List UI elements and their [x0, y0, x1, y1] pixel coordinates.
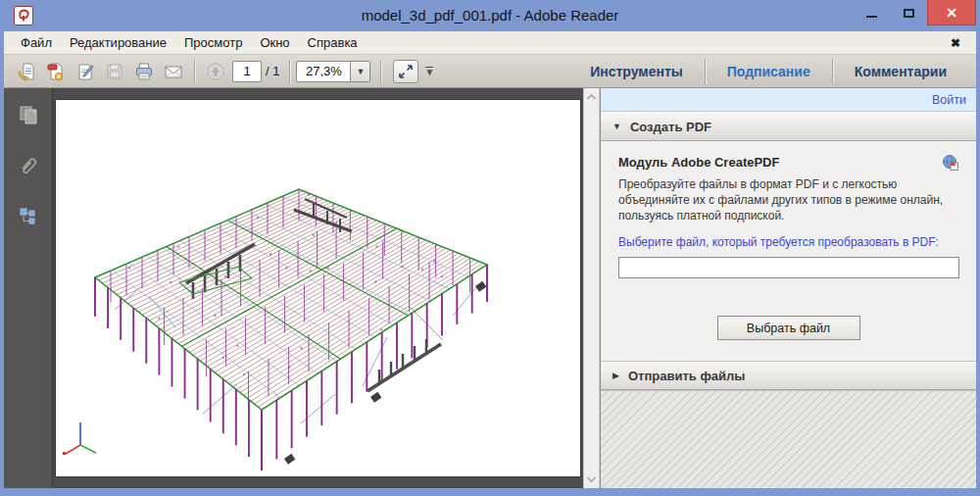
sign-in-link[interactable]: Войти [932, 93, 966, 107]
vertical-scrollbar[interactable] [583, 88, 600, 488]
expand-triangle-icon: ▶ [612, 371, 619, 380]
menu-help[interactable]: Справка [299, 32, 367, 53]
module-description: Преобразуйте файлы в формат PDF и с легк… [618, 177, 963, 223]
page-thumbnails-icon[interactable] [16, 102, 41, 127]
menu-window[interactable]: Окно [251, 32, 298, 53]
toolbar: / 1 ▼ ▼ Инструменты Подписание Комментар… [4, 55, 976, 88]
window-title: model_3d_pdf_001.pdf - Adobe Reader [0, 7, 980, 24]
collapse-triangle-icon: ▼ [612, 122, 621, 131]
menu-bar: Файл Редактирование Просмотр Окно Справк… [4, 31, 976, 55]
menu-view[interactable]: Просмотр [175, 32, 251, 53]
3d-wireframe-model [56, 100, 580, 476]
zoom-dropdown-button[interactable]: ▼ [351, 61, 370, 82]
toolbar-separator [289, 60, 290, 83]
panel-nav: Инструменты Подписание Комментарии [568, 55, 968, 87]
adobe-reader-window: model_3d_pdf_001.pdf - Adobe Reader ✕ Фа… [0, 0, 980, 496]
print-icon[interactable] [129, 58, 159, 85]
scroll-down-icon[interactable] [585, 472, 598, 485]
email-icon[interactable] [159, 58, 188, 85]
create-pdf-section-body: Модуль Adobe CreatePDF Преобразуйте файл… [601, 141, 976, 361]
minimize-button[interactable] [853, 0, 890, 25]
create-pdf-section-header[interactable]: ▼ Создать PDF [601, 112, 976, 141]
send-files-header-label: Отправить файлы [628, 369, 745, 383]
pdf-page[interactable] [56, 100, 580, 476]
zoom-level-input[interactable] [296, 61, 351, 82]
createpdf-online-icon [941, 153, 960, 175]
open-file-icon[interactable] [12, 58, 41, 85]
create-pdf-icon[interactable] [41, 58, 71, 85]
module-title: Модуль Adobe CreatePDF [618, 155, 958, 170]
scroll-up-icon[interactable] [585, 91, 598, 104]
tools-panel: Войти ▼ Создать PDF Модуль Adobe CreateP… [600, 88, 976, 488]
create-pdf-header-label: Создать PDF [630, 120, 711, 134]
sign-in-bar: Войти [601, 88, 976, 112]
menu-edit[interactable]: Редактирование [61, 32, 175, 53]
document-area[interactable] [53, 88, 583, 488]
model-tree-icon[interactable] [16, 204, 41, 229]
toolbar-more-icon[interactable]: ▼ [424, 67, 434, 76]
title-bar: model_3d_pdf_001.pdf - Adobe Reader ✕ [0, 0, 980, 31]
file-input[interactable] [618, 257, 959, 278]
save-icon[interactable] [100, 58, 129, 85]
sign-button[interactable]: Подписание [706, 55, 832, 87]
choose-file-button[interactable]: Выбрать файл [717, 316, 860, 340]
sign-document-icon[interactable] [71, 58, 100, 85]
page-number-input[interactable] [232, 61, 262, 82]
toolbar-separator [194, 60, 195, 83]
send-files-section-header[interactable]: ▶ Отправить файлы [601, 361, 976, 390]
toolbar-separator [380, 60, 381, 83]
tools-button[interactable]: Инструменты [568, 55, 705, 87]
close-document-icon[interactable]: ✖ [943, 36, 968, 50]
menu-file[interactable]: Файл [12, 32, 61, 53]
close-button[interactable]: ✕ [927, 0, 976, 25]
page-total-label: / 1 [266, 64, 279, 78]
resize-window-icon[interactable] [393, 60, 418, 83]
navigation-sidebar [4, 88, 53, 488]
page-up-icon[interactable] [201, 58, 230, 85]
attachments-icon[interactable] [16, 153, 41, 178]
comments-button[interactable]: Комментарии [833, 55, 968, 87]
panel-empty-area [601, 390, 976, 488]
file-select-label: Выберите файл, который требуется преобра… [618, 235, 958, 249]
maximize-button[interactable] [890, 0, 927, 25]
